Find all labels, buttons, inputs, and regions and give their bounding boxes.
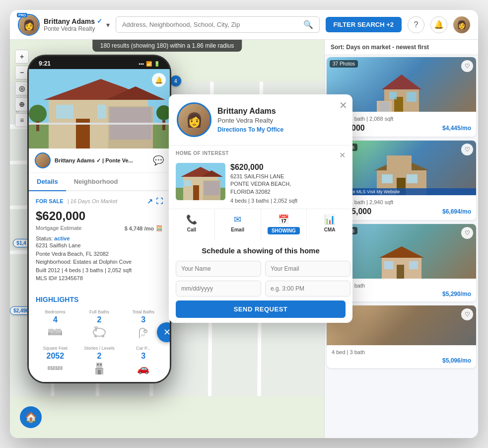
email-icon: ✉ (234, 214, 241, 225)
tab-details[interactable]: Details (29, 173, 66, 191)
stories-label: Stories / Levels (84, 346, 115, 351)
dropdown-arrow-icon[interactable]: ▾ (106, 21, 110, 29)
highlight-bedrooms: Bedrooms 4 (36, 309, 75, 341)
svg-rect-49 (384, 261, 393, 269)
phone-agent-name: Brittany Adams ✓ | Ponte Ve... (55, 157, 149, 164)
search-button[interactable]: 🔍 (303, 20, 313, 29)
layers-button[interactable]: ≡ (15, 113, 29, 127)
svg-rect-38 (379, 102, 389, 112)
phone-chat-button[interactable]: 💬 (153, 155, 164, 166)
svg-rect-47 (397, 265, 404, 279)
directions-link[interactable]: Directions To My Office (217, 126, 345, 133)
filter-search-button[interactable]: FILTER SEARCH +2 (326, 17, 402, 32)
bedrooms-label: Bedrooms (45, 309, 66, 314)
phone-highlights: HIGHLIGHTS Bedrooms 4 Full Baths 2 (29, 291, 170, 382)
svg-rect-74 (94, 335, 97, 337)
help-button[interactable]: ? (408, 16, 424, 33)
listing-specs-1: 4 bed | 4 bath | 2,088 sqft (332, 116, 471, 122)
showing-button[interactable]: 📅 SHOWING (261, 209, 307, 239)
agent-name: Brittany Adams ✓ (44, 17, 102, 25)
schedule-title: Schedule a showing of this home (176, 246, 346, 255)
highlight-carport: Car P... 3 🚗 (124, 346, 163, 377)
phone-status-bar: 9:21 ▪▪▪ 📶 🔋 (29, 56, 170, 69)
carport-value: 3 (141, 352, 145, 361)
email-button[interactable]: ✉ Email (215, 209, 261, 239)
favorite-button-4[interactable]: ♡ (461, 308, 473, 320)
carport-label: Car P... (136, 346, 150, 351)
for-sale-badge: FOR SALE | 16 Days On Market ↗ ⛶ (36, 197, 163, 205)
zoom-in-button[interactable]: + (15, 50, 29, 64)
phone-hero-image: 🔔 (29, 69, 170, 149)
name-input[interactable] (176, 261, 261, 277)
cma-icon: 📊 (324, 214, 335, 225)
send-request-button[interactable]: SEND REQUEST (176, 300, 346, 318)
svg-rect-34 (407, 92, 417, 102)
svg-rect-96 (204, 181, 219, 195)
bed-icon (48, 326, 62, 338)
showing-icon: 📅 (278, 214, 289, 225)
agent-card-avatar: 👩 (177, 102, 211, 137)
listing-monthly-3: $5,290/mo (442, 291, 471, 298)
home-interest-svg (176, 163, 225, 200)
svg-rect-75 (102, 335, 104, 337)
search-input[interactable] (122, 21, 299, 28)
agent-card-close-button[interactable]: ✕ (339, 99, 348, 111)
total-baths-label: Total Baths (132, 309, 154, 314)
home-view-button[interactable]: 🏠 (20, 406, 42, 428)
favorite-button-2[interactable]: ♡ (461, 144, 473, 155)
full-baths-value: 2 (97, 315, 102, 324)
agent-card-header: 👩 Brittany Adams Ponte Vedra Realty Dire… (169, 94, 352, 146)
home-interest-label: HOME OF INTEREST (176, 150, 229, 156)
home-interest-img (176, 163, 225, 200)
svg-rect-42 (382, 174, 393, 183)
agent-avatar-img: 👩 (19, 15, 39, 35)
share-icon[interactable]: ↗ (147, 197, 153, 205)
car-icon: 🚗 (137, 363, 149, 374)
svg-rect-67 (48, 329, 54, 333)
svg-marker-35 (382, 75, 421, 89)
svg-rect-57 (56, 105, 73, 119)
svg-rect-90 (100, 364, 102, 366)
svg-rect-58 (97, 105, 106, 119)
time-input[interactable] (265, 281, 350, 297)
phone-price: $620,000 (36, 209, 163, 223)
calculator-icon[interactable]: 🧮 (156, 225, 163, 231)
phone-agent-avatar (35, 152, 51, 168)
agent-card-info: Brittany Adams Ponte Vedra Realty Direct… (217, 107, 345, 133)
email-label: Email (231, 227, 244, 232)
favorite-button-3[interactable]: ♡ (461, 227, 473, 239)
svg-line-78 (141, 334, 142, 336)
date-input[interactable] (176, 281, 261, 297)
compass-button[interactable]: ⊕ (15, 97, 29, 111)
home-interest-price: $620,000 (230, 163, 346, 172)
phone-mortgage: Mortgage Estimate $ 4,748 /mo 🧮 (36, 225, 163, 231)
agent-avatar-wrap: 👩 PRO (18, 14, 40, 36)
phone-close-button[interactable]: ✕ (157, 322, 171, 342)
for-sale-icons: ↗ ⛶ (147, 197, 163, 205)
results-bar: 180 results (showing 180) within a 1.86 … (92, 40, 242, 52)
listing-specs-3: 5 bed | 3 bath (332, 283, 471, 289)
schedule-section: Schedule a showing of this home SEND REQ… (169, 239, 352, 323)
location-button[interactable]: ◎ (15, 81, 29, 95)
svg-rect-44 (387, 155, 412, 173)
map-controls: + − ◎ ⊕ ≡ (15, 50, 29, 127)
cma-button[interactable]: 📊 CMA (307, 209, 352, 239)
user-avatar[interactable]: 👩 (453, 16, 470, 33)
zoom-out-button[interactable]: − (15, 66, 29, 79)
num-pin-2[interactable]: 4 (170, 75, 181, 86)
svg-rect-50 (409, 261, 418, 269)
notifications-button[interactable]: 🔔 (430, 16, 447, 33)
showing-label: SHOWING (268, 227, 300, 234)
tab-neighborhood[interactable]: Neighborhood (66, 173, 126, 191)
favorite-button-1[interactable]: ♡ (461, 60, 473, 72)
schedule-form-row-2 (176, 281, 346, 297)
home-icon: 🏠 (25, 411, 37, 423)
svg-rect-36 (389, 92, 397, 99)
home-interest-close-button[interactable]: ✕ (339, 150, 346, 160)
phone-bell-button[interactable]: 🔔 (152, 73, 166, 87)
email-input[interactable] (265, 261, 350, 277)
call-button[interactable]: 📞 Call (169, 209, 215, 239)
search-bar[interactable]: 🔍 (116, 16, 320, 33)
phone-icon: 📞 (186, 214, 197, 225)
expand-icon[interactable]: ⛶ (156, 197, 163, 205)
